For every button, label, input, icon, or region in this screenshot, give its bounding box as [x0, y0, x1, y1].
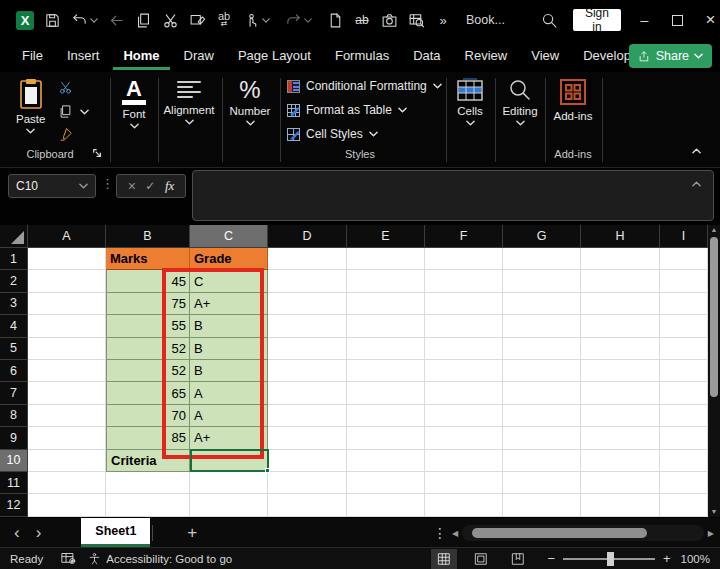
cell-H4[interactable] [581, 315, 660, 337]
formula-bar-grip-icon[interactable]: ⋮ [101, 176, 114, 191]
cell-H7[interactable] [581, 382, 660, 404]
sheet-tab-sheet1[interactable]: Sheet1 [81, 518, 150, 547]
cell-H5[interactable] [581, 338, 660, 360]
column-header-E[interactable]: E [347, 225, 425, 248]
sheet-bar-more-icon[interactable]: ⋮ [433, 525, 447, 541]
row-header-12[interactable]: 12 [0, 494, 28, 516]
cell-A11[interactable] [28, 472, 106, 494]
horizontal-scrollbar[interactable]: ◀ ▶ [452, 525, 714, 541]
scroll-right-icon[interactable]: ▶ [704, 529, 714, 538]
cell-G6[interactable] [503, 360, 581, 382]
close-button[interactable]: × [701, 0, 720, 40]
cell-I7[interactable] [660, 382, 708, 404]
row-header-1[interactable]: 1 [0, 248, 28, 270]
page-layout-view-button[interactable] [468, 549, 494, 569]
copy-icon[interactable] [134, 11, 152, 29]
scroll-down-icon[interactable]: ▼ [711, 507, 718, 517]
cell-B7[interactable]: 65 [106, 382, 190, 404]
row-header-6[interactable]: 6 [0, 360, 28, 382]
cell-H12[interactable] [581, 494, 660, 516]
row-header-9[interactable]: 9 [0, 427, 28, 449]
column-header-D[interactable]: D [268, 225, 347, 248]
cell-F9[interactable] [425, 427, 503, 449]
cell-B11[interactable] [106, 472, 190, 494]
sign-in-button[interactable]: Sign in [573, 9, 621, 31]
cell-B9[interactable]: 85 [106, 427, 190, 449]
cell-D8[interactable] [268, 405, 347, 427]
next-sheet-icon[interactable]: › [36, 524, 42, 541]
macro-record-icon[interactable] [61, 551, 76, 566]
row-header-3[interactable]: 3 [0, 293, 28, 315]
paste-button[interactable]: Paste [16, 78, 45, 134]
column-header-I[interactable]: I [660, 225, 708, 248]
cell-A8[interactable] [28, 405, 106, 427]
minimize-button[interactable]: – [635, 0, 654, 40]
cell-E5[interactable] [347, 338, 425, 360]
cell-E11[interactable] [347, 472, 425, 494]
cell-styles-button[interactable]: Cell Styles [287, 127, 378, 141]
addins-button[interactable]: Add-ins [550, 77, 596, 122]
excel-logo-icon[interactable]: X [16, 11, 34, 29]
cell-C3[interactable]: A+ [190, 293, 268, 315]
cell-B4[interactable]: 55 [106, 315, 190, 337]
cell-D4[interactable] [268, 315, 347, 337]
cell-C1[interactable]: Grade [190, 248, 268, 270]
tab-home[interactable]: Home [113, 42, 169, 70]
tab-data[interactable]: Data [403, 42, 450, 70]
camera-icon[interactable] [380, 11, 398, 29]
cell-D3[interactable] [268, 293, 347, 315]
cell-B1[interactable]: Marks [106, 248, 190, 270]
vertical-scrollbar[interactable]: ▲ ▼ [708, 225, 720, 517]
enter-entry-button[interactable]: ✓ [145, 179, 155, 193]
cells-button[interactable]: Cells [450, 78, 490, 126]
cell-C9[interactable]: A+ [190, 427, 268, 449]
row-header-7[interactable]: 7 [0, 382, 28, 404]
cell-D1[interactable] [268, 248, 347, 270]
cut-button[interactable] [58, 80, 73, 95]
collapse-formula-bar-icon[interactable] [692, 181, 701, 187]
formula-input[interactable] [192, 170, 714, 221]
cell-D12[interactable] [268, 494, 347, 516]
cell-B3[interactable]: 75 [106, 293, 190, 315]
cell-F10[interactable] [425, 450, 503, 472]
cell-D7[interactable] [268, 382, 347, 404]
cell-G12[interactable] [503, 494, 581, 516]
cell-E3[interactable] [347, 293, 425, 315]
new-file-icon[interactable] [326, 11, 344, 29]
cell-G1[interactable] [503, 248, 581, 270]
fill-handle[interactable] [265, 468, 270, 473]
font-button[interactable]: A Font [113, 79, 155, 129]
cell-F1[interactable] [425, 248, 503, 270]
cell-A6[interactable] [28, 360, 106, 382]
cell-F4[interactable] [425, 315, 503, 337]
cell-G2[interactable] [503, 270, 581, 292]
cell-C8[interactable]: A [190, 405, 268, 427]
zoom-out-button[interactable]: − [547, 551, 555, 566]
cell-A1[interactable] [28, 248, 106, 270]
cell-E2[interactable] [347, 270, 425, 292]
cell-H8[interactable] [581, 405, 660, 427]
select-all-corner[interactable] [0, 225, 28, 248]
cell-I5[interactable] [660, 338, 708, 360]
cell-A3[interactable] [28, 293, 106, 315]
cell-I9[interactable] [660, 427, 708, 449]
cell-B6[interactable]: 52 [106, 360, 190, 382]
column-header-G[interactable]: G [503, 225, 581, 248]
undo-dropdown-icon[interactable] [90, 18, 98, 23]
clipboard-dialog-launcher-icon[interactable] [92, 148, 102, 158]
scroll-up-icon[interactable]: ▲ [711, 225, 718, 235]
cell-G3[interactable] [503, 293, 581, 315]
cell-C4[interactable]: B [190, 315, 268, 337]
zoom-slider[interactable] [563, 558, 655, 560]
column-header-A[interactable]: A [28, 225, 106, 248]
overflow-icon[interactable]: » [434, 11, 452, 29]
cell-F3[interactable] [425, 293, 503, 315]
editing-button[interactable]: Editing [498, 78, 542, 126]
cell-I10[interactable] [660, 450, 708, 472]
edit-picture-icon[interactable] [188, 11, 206, 29]
cell-A2[interactable] [28, 270, 106, 292]
column-header-F[interactable]: F [425, 225, 503, 248]
tab-formulas[interactable]: Formulas [325, 42, 399, 70]
row-header-10[interactable]: 10 [0, 450, 28, 472]
row-header-8[interactable]: 8 [0, 405, 28, 427]
